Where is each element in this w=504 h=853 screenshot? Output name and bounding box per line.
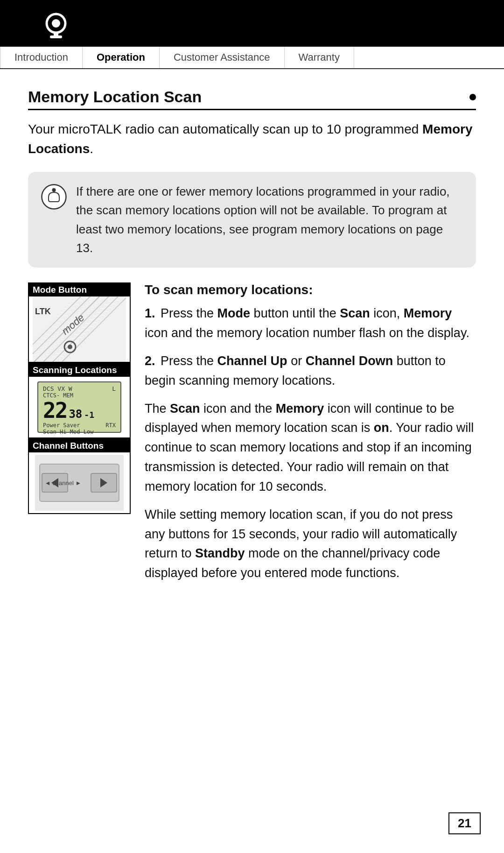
note-text: If there are one or fewer memory locatio… xyxy=(76,182,463,257)
svg-point-1 xyxy=(52,19,60,28)
step-1: 1. Press the Mode button until the Scan … xyxy=(145,304,476,343)
page-title: Memory Location Scan xyxy=(28,88,476,110)
scanning-label: Scanning Locations xyxy=(29,364,130,377)
lcd-scan-row: Scan Hi Med Low xyxy=(43,429,116,435)
header-logo-area xyxy=(0,10,112,47)
title-dot xyxy=(469,94,476,100)
svg-rect-3 xyxy=(50,35,62,38)
lcd-display: DCS VX W L CTCS- MEM 22 38 -1 Power Sa xyxy=(37,381,121,433)
mode-button-label: Mode Button xyxy=(29,283,130,296)
page-number: 21 xyxy=(448,812,481,834)
nav-bar: Introduction Operation Customer Assistan… xyxy=(0,47,504,69)
lcd-bottom: Power Saver RTX xyxy=(43,422,116,429)
text-column: To scan memory locations: 1. Press the M… xyxy=(145,282,476,592)
headset-icon xyxy=(40,10,72,43)
svg-point-5 xyxy=(52,188,56,192)
channel-buttons-visual: ◄ channel ► xyxy=(29,452,130,513)
cont-text-1: The Scan icon and the Memory icon will c… xyxy=(145,399,476,497)
lcd-top-row: DCS VX W L xyxy=(43,385,116,392)
svg-text:LTK: LTK xyxy=(35,307,51,316)
mode-button-image: Mode Button mode xyxy=(28,282,131,363)
step-2: 2. Press the Channel Up or Channel Down … xyxy=(145,352,476,391)
instructions-area: Mode Button mode xyxy=(28,282,476,592)
nav-item-introduction[interactable]: Introduction xyxy=(0,47,83,68)
svg-point-15 xyxy=(68,345,72,349)
lcd-numbers: 22 38 -1 xyxy=(43,399,116,421)
nav-item-customer-assistance[interactable]: Customer Assistance xyxy=(160,47,285,68)
main-content: Memory Location Scan Your microTALK radi… xyxy=(0,69,504,620)
nav-item-warranty[interactable]: Warranty xyxy=(285,47,354,68)
header xyxy=(0,0,504,47)
mode-button-visual: mode LTK xyxy=(29,296,130,362)
nav-item-operation[interactable]: Operation xyxy=(83,47,160,68)
scanning-locations-image: Scanning Locations DCS VX W L CTCS- MEM … xyxy=(28,363,131,438)
note-box: If there are one or fewer memory locatio… xyxy=(28,172,476,268)
channel-buttons-image: Channel Buttons ◄ channel ► xyxy=(28,438,131,514)
svg-text:◄ channel ►: ◄ channel ► xyxy=(45,479,82,486)
scanning-visual: DCS VX W L CTCS- MEM 22 38 -1 Power Sa xyxy=(29,377,130,437)
instructions-heading: To scan memory locations: xyxy=(145,282,476,297)
channel-buttons-label: Channel Buttons xyxy=(29,439,130,452)
cont-text-2: While setting memory location scan, if y… xyxy=(145,505,476,583)
note-icon xyxy=(41,184,67,210)
intro-paragraph: Your microTALK radio can automatically s… xyxy=(28,120,476,159)
images-column: Mode Button mode xyxy=(28,282,131,514)
